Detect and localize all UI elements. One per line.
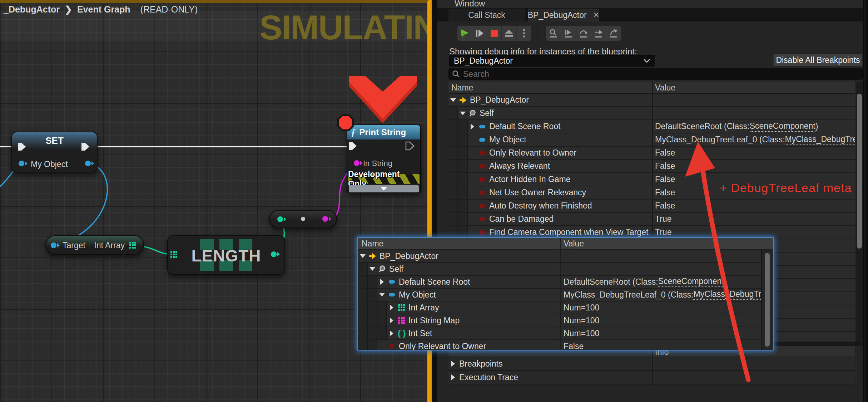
menu-window[interactable]: Window [455, 0, 485, 8]
expander-right-icon[interactable] [448, 371, 458, 384]
toolbar-group [457, 26, 531, 41]
more-options-icon[interactable] [517, 26, 531, 41]
set-exec-in-pin[interactable] [18, 143, 26, 151]
target-in-pin[interactable] [51, 242, 56, 248]
expander-right-icon[interactable] [448, 357, 458, 370]
class-link[interactable]: SceneComponent [658, 276, 724, 287]
value-text: Num=100 [564, 316, 599, 325]
resume-icon[interactable] [457, 26, 472, 41]
expander-right-icon[interactable] [387, 314, 396, 327]
indent-guide [448, 120, 458, 133]
table-row[interactable]: { }Int SetNum=100 [358, 327, 761, 340]
row-value: MyClass_DebugTreeLeaf_0 (Class: MyClass_… [564, 289, 761, 301]
table-row[interactable]: Default Scene RootDefaultSceneRoot (Clas… [358, 276, 761, 289]
blueprint-dropdown[interactable]: BP_DebugActor [449, 55, 655, 67]
expander-right-icon[interactable] [387, 302, 396, 314]
popup-table-header: Name Value [358, 238, 773, 250]
popup-scrollbar-thumb[interactable] [765, 253, 770, 347]
table-row[interactable]: Only Relevant to OwnerFalse [448, 147, 855, 160]
table-row[interactable]: BP_DebugActor [448, 94, 855, 107]
object-icon [387, 276, 397, 288]
value-column-header[interactable]: Value [655, 83, 675, 93]
class-link[interactable]: MyClass_DebugTreeLeaf [785, 134, 855, 145]
tab-bp-debugactor[interactable]: BP_DebugActor✕ [528, 9, 599, 21]
in-string-pin[interactable] [354, 160, 359, 166]
breakpoint-icon[interactable] [338, 115, 353, 130]
indent-guide [448, 226, 458, 239]
step-over-icon[interactable] [576, 26, 591, 41]
length-out-pin[interactable] [271, 251, 277, 257]
search-box[interactable] [448, 68, 863, 80]
indent-guide [377, 327, 387, 339]
indent-guide [358, 276, 368, 288]
close-icon[interactable]: ✕ [593, 11, 600, 19]
step-into-icon[interactable] [561, 26, 576, 41]
expander-down-icon[interactable] [358, 250, 367, 262]
search-input[interactable] [462, 69, 833, 79]
table-row[interactable]: Default Scene RootDefaultSceneRoot (Clas… [448, 120, 855, 133]
table-row[interactable]: Breakpoints [448, 357, 855, 371]
indent-guide [458, 120, 468, 133]
eject-icon[interactable] [502, 26, 516, 41]
stop-icon[interactable] [487, 26, 502, 41]
expander-spacer [468, 173, 477, 186]
expander-down-icon[interactable] [458, 107, 467, 119]
expander-down-icon[interactable] [377, 289, 387, 301]
expander-down-icon[interactable] [448, 94, 458, 106]
indent-guide [448, 133, 458, 146]
set-myobject-out-pin[interactable] [85, 161, 91, 166]
conv-in-pin[interactable] [277, 216, 283, 222]
set-exec-out-pin[interactable] [81, 143, 89, 151]
table-row[interactable]: Can be DamagedTrue [448, 213, 855, 226]
table-row[interactable]: Only Relevant to OwnerFalse [358, 340, 761, 350]
indent-guide [358, 340, 368, 350]
print-exec-out-pin[interactable] [406, 142, 414, 150]
table-row[interactable]: Always RelevantFalse [448, 160, 855, 173]
bp-arrow-icon [458, 94, 468, 106]
bool-icon [477, 173, 488, 186]
map-icon [396, 314, 407, 327]
indent-guide [458, 200, 468, 212]
expander-spacer [468, 213, 477, 225]
int-array-out-pin[interactable] [129, 242, 136, 249]
tab-call-stack[interactable]: Call Stack [448, 9, 525, 21]
step-out-icon[interactable] [606, 26, 621, 41]
table-row[interactable]: Self [448, 107, 855, 120]
table-row[interactable]: Execution Trace [448, 371, 855, 384]
table-row[interactable]: My ObjectMyClass_DebugTreeLeaf_0 (Class:… [358, 289, 761, 302]
find-node-icon[interactable] [546, 26, 561, 41]
value-column-header: Value [564, 239, 584, 249]
length-array-in-pin[interactable] [170, 251, 177, 258]
step-icon[interactable] [591, 26, 606, 41]
popup-scrollbar-track[interactable] [761, 250, 773, 350]
table-row[interactable]: My ObjectMyClass_DebugTreeLeaf_0 (Class:… [448, 133, 855, 147]
table-row[interactable]: BP_DebugActor [358, 250, 761, 263]
table-row[interactable]: Int ArrayNum=100 [358, 302, 761, 314]
table-row[interactable]: Self [358, 263, 761, 276]
set-myobject-in-pin[interactable] [19, 161, 24, 166]
value-text: False [655, 161, 675, 171]
expander-down-icon[interactable] [368, 263, 377, 275]
class-link[interactable]: MyClass_DebugTreeLeaf [693, 289, 761, 300]
tab-label: Call Stack [468, 10, 505, 20]
name-column-header[interactable]: Name [451, 83, 473, 93]
disable-all-breakpoints-button[interactable]: Disable All Breakpoints [773, 54, 863, 66]
frame-skip-icon[interactable] [472, 26, 487, 41]
print-exec-in-pin[interactable] [349, 142, 357, 150]
table-row[interactable]: Int String MapNum=100 [358, 314, 761, 327]
row-name: BP_DebugActor [468, 94, 529, 106]
indent-guide [448, 147, 458, 159]
column-divider[interactable] [652, 346, 653, 386]
expander-right-icon[interactable] [377, 276, 387, 288]
indent-guide [448, 186, 458, 199]
value-text: DefaultSceneRoot (Class: [655, 122, 750, 131]
expander-right-icon[interactable] [387, 327, 396, 339]
scrollbar-thumb[interactable] [857, 94, 862, 249]
indent-guide [458, 213, 468, 225]
row-value: DefaultSceneRoot (Class: SceneComponent … [655, 120, 818, 133]
table-row[interactable]: Auto Destroy when FinishedFalse [448, 200, 855, 213]
expander-right-icon[interactable] [468, 120, 477, 133]
conv-out-pin[interactable] [322, 216, 328, 222]
search-icon [452, 70, 460, 78]
class-link[interactable]: SceneComponent [750, 121, 815, 132]
